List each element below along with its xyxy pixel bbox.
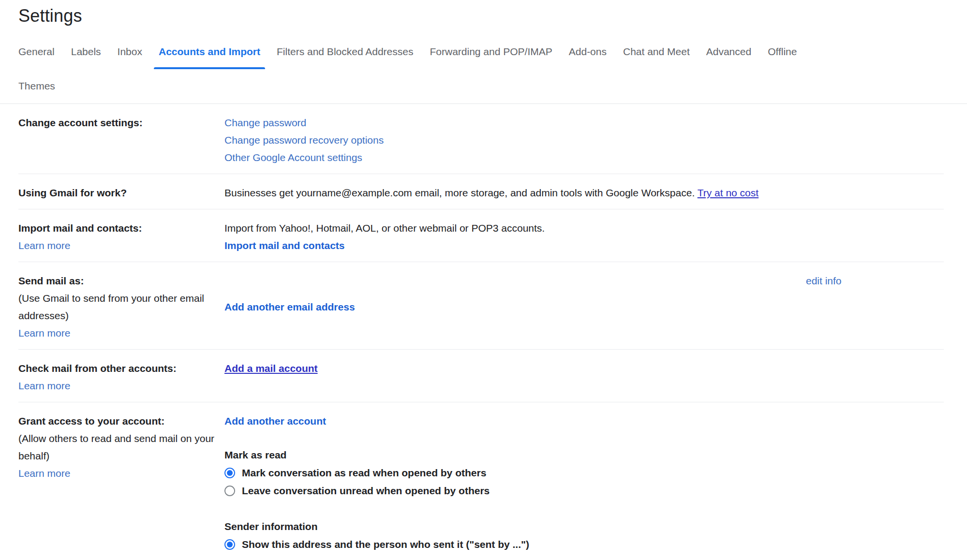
tab-add-ons[interactable]: Add-ons [569,45,607,69]
tab-row-2: Themes [18,79,967,92]
radio-selected-icon[interactable] [224,539,235,550]
workspace-promo-text: Businesses get yourname@example.com emai… [224,187,695,198]
tab-accounts-and-import[interactable]: Accounts and Import [159,45,260,69]
tab-inbox[interactable]: Inbox [118,45,142,69]
section-label: Send mail as: (Use Gmail to send from yo… [18,272,224,342]
check-learn-more-link[interactable]: Learn more [18,380,70,391]
import-description-text: Import from Yahoo!, Hotmail, AOL, or oth… [224,220,944,237]
sender-information-heading: Sender information [224,518,944,535]
tab-chat-and-meet[interactable]: Chat and Meet [623,45,690,69]
grant-access-sublabel: (Allow others to read and send mail on y… [18,430,224,465]
radio-option-mark-read[interactable]: Mark conversation as read when opened by… [224,464,944,482]
section-check-mail-from-other-accounts: Check mail from other accounts: Learn mo… [18,350,944,402]
tab-themes[interactable]: Themes [18,79,55,92]
mark-as-read-heading: Mark as read [224,446,944,464]
radio-option-show-address[interactable]: Show this address and the person who sen… [224,535,944,553]
section-label: Check mail from other accounts: Learn mo… [18,360,224,395]
tab-labels[interactable]: Labels [71,45,101,69]
section-label: Change account settings: [18,114,224,132]
tab-row-1: General Labels Inbox Accounts and Import… [18,45,967,69]
tab-advanced[interactable]: Advanced [706,45,751,69]
tab-forwarding-and-pop-imap[interactable]: Forwarding and POP/IMAP [430,45,552,69]
add-a-mail-account-link[interactable]: Add a mail account [224,363,318,374]
section-import-mail-and-contacts: Import mail and contacts: Learn more Imp… [18,209,944,262]
tab-offline[interactable]: Offline [768,45,797,69]
import-learn-more-link[interactable]: Learn more [18,240,70,251]
import-mail-and-contacts-link[interactable]: Import mail and contacts [224,240,345,251]
change-password-recovery-options-link[interactable]: Change password recovery options [224,134,384,146]
section-label: Grant access to your account: (Allow oth… [18,413,224,482]
section-label: Using Gmail for work? [18,184,224,202]
section-grant-access: Grant access to your account: (Allow oth… [18,402,944,560]
other-google-account-settings-link[interactable]: Other Google Account settings [224,152,362,163]
page-title: Settings [18,5,967,27]
radio-option-leave-unread[interactable]: Leave conversation unread when opened by… [224,482,944,500]
settings-tab-bar: General Labels Inbox Accounts and Import… [0,45,967,104]
section-change-account-settings: Change account settings: Change password… [18,104,944,174]
section-using-gmail-for-work: Using Gmail for work? Businesses get you… [18,174,944,209]
send-learn-more-link[interactable]: Learn more [18,327,70,339]
radio-unselected-icon[interactable] [224,486,235,496]
change-password-link[interactable]: Change password [224,117,306,128]
tab-general[interactable]: General [18,45,55,69]
try-at-no-cost-link[interactable]: Try at no cost [698,187,759,198]
accounts-and-import-settings: Change account settings: Change password… [18,104,944,560]
add-another-account-link[interactable]: Add another account [224,415,326,427]
send-mail-as-sublabel: (Use Gmail to send from your other email… [18,290,224,324]
section-label: Import mail and contacts: Learn more [18,220,224,254]
edit-info-link[interactable]: edit info [806,275,842,286]
grant-learn-more-link[interactable]: Learn more [18,468,70,479]
radio-selected-icon[interactable] [224,468,235,478]
tab-filters-and-blocked-addresses[interactable]: Filters and Blocked Addresses [277,45,413,69]
section-send-mail-as: Send mail as: (Use Gmail to send from yo… [18,262,944,350]
add-another-email-address-link[interactable]: Add another email address [224,301,355,312]
